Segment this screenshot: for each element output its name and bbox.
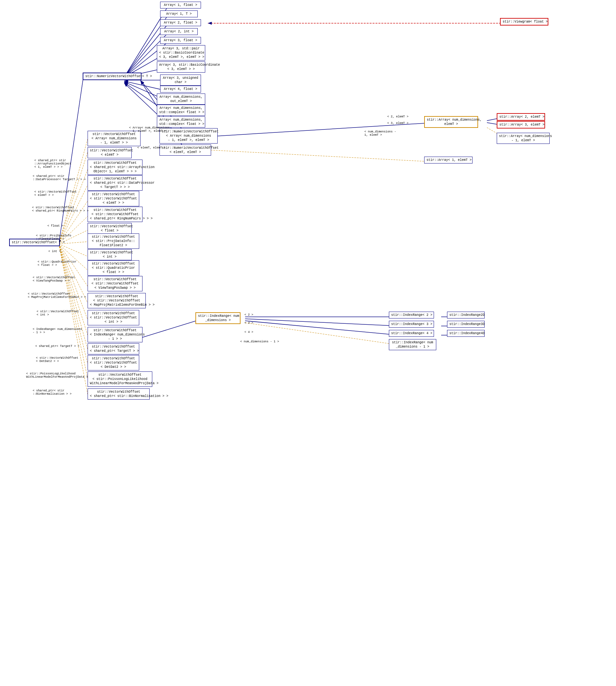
- node-stir-numvecwithoffset-T: stir::NumericVectorWithOffset< T >: [83, 72, 141, 80]
- node-array-2-float: Array< 2, float >: [160, 19, 201, 26]
- node-stir-indexrange-4: stir::IndexRange< 4 >: [389, 330, 434, 337]
- node-array-2-int: Array< 2, int >: [160, 28, 198, 35]
- label-arrfunc: < shared_ptr< stir::ArrayFunctionObject<…: [34, 159, 71, 169]
- node-array-num-out: Array< num_dimensions,out_elemT >: [157, 93, 205, 105]
- node-vec-vecoffset-elem: stir::VectorWithOffset< stir::VectorWith…: [88, 191, 139, 206]
- label-2: < 2 >: [244, 313, 253, 317]
- node-vec-int: stir::VectorWithOffset< int >: [88, 249, 132, 260]
- node-array-3-uchar: Array< 3, unsignedchar >: [160, 74, 201, 86]
- node-vec-poissonlog: stir::VectorWithOffset< stir::PoissonLog…: [88, 371, 152, 387]
- svg-line-44: [245, 321, 399, 335]
- label-stir-vecwithoffset-ring: < stir::VectorWithOffset< shared_ptr< Ri…: [32, 206, 89, 213]
- label-stir-vecwithoffset-elem: < stir::VectorWithOffset< elemT > >: [34, 190, 77, 197]
- label-projdatainfo: < stir::ProjDataInfo::Float1Float2 >: [36, 234, 71, 241]
- node-array-1-float: Array< 1, float >: [160, 2, 201, 8]
- node-stir-array-3-elemT: stir::Array< 3, elemT >: [497, 121, 545, 129]
- label-indexrange-numdim1: < IndexRange< num_dimensions- 1 > >: [33, 328, 82, 334]
- label-mapprojmatrix: < stir::VectorWithOffset< MapProjMatrixE…: [28, 292, 86, 299]
- label-quadratic: < stir::QuadraticPrior< float > >: [38, 260, 76, 267]
- node-vec-quadratic: stir::VectorWithOffset< stir::QuadraticP…: [88, 260, 139, 276]
- node-vec-viewtangpos: stir::VectorWithOffset< stir::VectorWith…: [88, 276, 142, 291]
- node-vec-vecoffset-int: stir::VectorWithOffset< stir::VectorWith…: [88, 310, 139, 325]
- node-vec-mapprojmatrix: stir::VectorWithOffset< stir::VectorWith…: [88, 293, 146, 308]
- label-elem: < elemT, elemT >: [137, 146, 166, 149]
- node-vec-sharedptr-target: stir::VectorWithOffset< shared_ptr< Targ…: [88, 343, 139, 355]
- node-array-num-complex: Array< num_dimensions,std::complex< floa…: [157, 105, 205, 116]
- label-3: < 3 >: [244, 321, 253, 325]
- node-array-num-float: Array< num_dimensions,std::complex< floa…: [157, 116, 205, 128]
- node-stir-indexrange-2: stir::IndexRange< 2 >: [389, 312, 434, 319]
- label-sharedptr-target: < shared_ptr< TargetT > >: [35, 345, 80, 348]
- node-vec-binnorm: stir::VectorWithOffset< shared_ptr< stir…: [88, 388, 150, 400]
- node-stir-array-ndim1-elemT: stir::Array< num_dimensions- 1, elemT >: [497, 133, 550, 144]
- node-stir-indexrange-ndim1: stir::IndexRange< num_dimensions - 1 >: [389, 339, 436, 350]
- arrows-svg: [0, 0, 616, 686]
- diagram-container: Array< 1, float > Array< 1, T > Array< 2…: [0, 0, 616, 686]
- node-stir-indexrange-3: stir::IndexRange< 3 >: [389, 321, 434, 328]
- node-array-3-basiccoord: Array< 3, stir::BasicCoordinate< 3, elem…: [157, 62, 205, 72]
- label-vecwithoffset-int: < stir::VectorWithOffset< int >: [37, 310, 79, 317]
- svg-line-41: [211, 150, 435, 162]
- svg-line-26: [59, 244, 88, 257]
- node-array-3-float: Array< 3, float >: [160, 37, 201, 44]
- label-3-elemT: < 3, elemT >: [387, 122, 409, 125]
- node-array-1-T: Array< 1, T >: [160, 10, 198, 17]
- svg-line-30: [59, 244, 88, 321]
- svg-line-49: [142, 319, 203, 338]
- label-numdim-1: < num_dimensions - 1 >: [240, 340, 279, 343]
- node-stir-array-2-elemT: stir::Array< 2, elemT >: [497, 113, 545, 121]
- node-stir-viewgram-float: stir::Viewgram< float >: [500, 18, 548, 25]
- node-vec-elem: stir::VectorWithOffset< elemT >: [88, 147, 132, 158]
- node-vec-float: stir::VectorWithOffset< float >: [88, 223, 132, 234]
- label-dataproc: < shared_ptr< stir::DataProcessor< Targe…: [33, 175, 86, 181]
- node-stir-indexrange3d: stir::IndexRange3D: [447, 321, 485, 328]
- node-vec-projdatainfo: stir::VectorWithOffset< stir::ProjDataIn…: [88, 233, 139, 249]
- label-4: < 4 >: [244, 330, 253, 334]
- node-stir-indexrange4d: stir::IndexRange4D: [447, 330, 485, 337]
- label-float: < float >: [47, 224, 63, 228]
- node-stir-array-ndim-elemT: stir::Array< num_dimensions,elemT >: [424, 116, 478, 128]
- node-stir-indexrange-num: stir::IndexRange< num_dimensions >: [195, 312, 241, 324]
- node-stir-array-1-elemT: stir::Array< 1, elemT >: [424, 157, 472, 164]
- node-array-3-stdpair: Array< 3, std::pair< stir::BasicCoordina…: [157, 45, 205, 61]
- node-vec-detdat2: stir::VectorWithOffset< stir::VectorWith…: [88, 355, 139, 370]
- label-int: < int >: [48, 250, 61, 253]
- svg-line-43: [245, 319, 399, 326]
- node-vec-dataproc: stir::VectorWithOffset< shared_ptr< stir…: [88, 175, 142, 191]
- label-detdat2: < stir::VectorWithOffset< DetDat2 > >: [36, 357, 79, 363]
- node-vec-arrfunc: stir::VectorWithOffset< shared_ptr< stir…: [88, 159, 142, 175]
- node-array-4-float: Array< 4, float >: [160, 86, 201, 92]
- node-vec-indexrange: stir::VectorWithOffset< IndexRange< num_…: [88, 327, 142, 342]
- label-viewtangpos: < stir::VectorWithOffset< ViewTangPosSwa…: [33, 276, 75, 282]
- svg-line-31: [59, 244, 88, 337]
- node-vec-ringnumpairs: stir::VectorWithOffset< stir::VectorWith…: [88, 207, 142, 222]
- label-poissonlog: < stir::PoissonLogLikelihoodWithLinearMo…: [26, 372, 88, 379]
- label-2-elemT: < 2, elemT >: [387, 115, 409, 119]
- label-binnorm: < shared_ptr< stir::BinNormalisation > >: [33, 389, 71, 395]
- node-stir-indexrange2d: stir::IndexRange2D: [447, 312, 485, 319]
- label-numdim1-elemT: < num_dimensions -1, elemT >: [365, 130, 396, 137]
- node-numvecwithoffset-elem: stir::NumericVectorWithOffset< elemT, el…: [159, 145, 211, 156]
- node-vec-numdim: stir::VectorWithOffset< Array< num_dimen…: [88, 131, 140, 146]
- label-array-numdim-1: < Array< num_dimensions- 1, elemT >, ele…: [129, 126, 170, 133]
